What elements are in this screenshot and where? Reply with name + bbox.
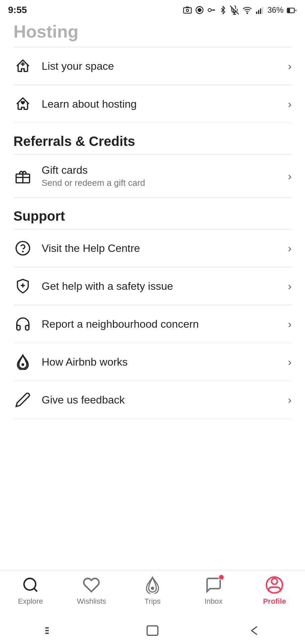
safety-issue-item[interactable]: Get help with a safety issue › — [13, 267, 292, 305]
svg-rect-9 — [256, 12, 257, 14]
explore-icon — [21, 576, 40, 594]
neighbourhood-label: Report a neighbourhood concern — [42, 318, 199, 330]
feedback-label: Give us feedback — [42, 394, 125, 406]
svg-rect-11 — [260, 8, 261, 14]
referrals-section: Referrals & Credits Gift cards Send or r… — [0, 123, 305, 198]
svg-line-25 — [34, 588, 37, 591]
wishlists-icon — [82, 576, 101, 594]
chevron-right-icon: › — [288, 98, 292, 110]
nav-profile[interactable]: Profile — [244, 571, 305, 617]
safety-issue-label: Get help with a safety issue — [42, 280, 173, 292]
svg-rect-15 — [288, 8, 290, 12]
help-circle-icon — [13, 239, 32, 258]
nav-inbox[interactable]: Inbox — [183, 571, 244, 617]
mute-icon — [230, 5, 239, 15]
pencil-icon — [13, 390, 32, 409]
referrals-title: Referrals & Credits — [13, 123, 292, 154]
gift-cards-sublabel: Send or redeem a gift card — [42, 178, 145, 188]
svg-rect-31 — [45, 633, 49, 634]
help-centre-item[interactable]: Visit the Help Centre › — [13, 229, 292, 267]
list-space-label: List your space — [42, 60, 114, 72]
svg-rect-30 — [45, 630, 49, 631]
svg-point-8 — [247, 13, 248, 13]
android-home-button[interactable] — [142, 624, 163, 637]
page-title: Hosting — [13, 21, 292, 42]
camera-icon — [183, 5, 192, 15]
inbox-notification-dot — [218, 574, 224, 580]
learn-hosting-item[interactable]: Learn about hosting › — [13, 85, 292, 123]
home-heart-icon — [13, 95, 32, 113]
svg-point-27 — [272, 578, 277, 584]
wishlists-label: Wishlists — [77, 597, 106, 606]
nav-trips[interactable]: Trips — [122, 571, 183, 617]
system-nav — [0, 617, 305, 644]
airbnb-logo-icon — [13, 353, 32, 371]
nav-explore[interactable]: Explore — [0, 571, 61, 617]
android-menu-button[interactable] — [41, 624, 61, 637]
list-space-item[interactable]: List your space › — [13, 47, 292, 85]
trips-label: Trips — [144, 597, 161, 606]
status-bar: 9:55 36% — [0, 0, 305, 19]
profile-label: Profile — [263, 597, 286, 606]
chevron-right-icon: › — [288, 170, 292, 182]
chevron-right-icon: › — [288, 318, 292, 330]
support-section: Support Visit the Help Centre › — [0, 198, 305, 419]
svg-point-24 — [24, 578, 36, 590]
bottom-nav-container: Explore Wishlists Trips — [0, 570, 305, 644]
home-plus-icon — [13, 57, 32, 75]
shield-plus-icon — [13, 277, 32, 296]
feedback-item[interactable]: Give us feedback › — [13, 381, 292, 419]
svg-rect-32 — [147, 626, 158, 635]
key-icon — [207, 5, 216, 15]
svg-point-23 — [21, 363, 24, 366]
record-icon — [195, 5, 204, 15]
svg-point-3 — [198, 8, 201, 11]
wifi-icon — [242, 5, 253, 15]
trips-icon — [143, 576, 162, 594]
learn-hosting-label: Learn about hosting — [42, 98, 137, 110]
signal-icon — [255, 5, 265, 15]
app-bottom-nav: Explore Wishlists Trips — [0, 570, 305, 617]
explore-label: Explore — [18, 597, 43, 606]
bluetooth-icon — [219, 5, 227, 15]
nav-wishlists[interactable]: Wishlists — [61, 571, 122, 617]
inbox-icon — [204, 576, 223, 594]
svg-rect-10 — [258, 10, 259, 14]
chevron-right-icon: › — [288, 60, 292, 72]
chevron-right-icon: › — [288, 394, 292, 406]
chevron-right-icon: › — [288, 356, 292, 368]
gift-cards-label: Gift cards — [42, 164, 145, 176]
svg-point-19 — [16, 241, 30, 255]
hosting-section: List your space › Learn about hosting › — [0, 47, 305, 123]
battery-icon — [286, 5, 297, 15]
how-airbnb-label: How Airbnb works — [42, 356, 128, 368]
svg-rect-29 — [45, 627, 49, 629]
status-time: 9:55 — [8, 5, 27, 15]
svg-rect-0 — [183, 8, 191, 13]
headset-icon — [13, 315, 32, 333]
gift-icon — [13, 167, 32, 185]
svg-rect-12 — [262, 7, 263, 14]
status-icons: 36% — [183, 5, 297, 15]
support-title: Support — [13, 198, 292, 229]
help-centre-label: Visit the Help Centre — [42, 242, 140, 255]
chevron-right-icon: › — [288, 280, 292, 292]
battery-indicator: 36% — [267, 5, 284, 15]
gift-cards-item[interactable]: Gift cards Send or redeem a gift card › — [13, 154, 292, 198]
page-header: Hosting — [0, 19, 305, 47]
svg-point-1 — [186, 9, 188, 12]
chevron-right-icon: › — [288, 242, 292, 255]
inbox-label: Inbox — [205, 597, 223, 606]
neighbourhood-item[interactable]: Report a neighbourhood concern › — [13, 305, 292, 343]
android-back-button[interactable] — [244, 624, 264, 637]
profile-icon — [265, 576, 284, 594]
svg-point-4 — [208, 8, 211, 11]
svg-point-26 — [151, 586, 154, 590]
how-airbnb-item[interactable]: How Airbnb works › — [13, 343, 292, 381]
